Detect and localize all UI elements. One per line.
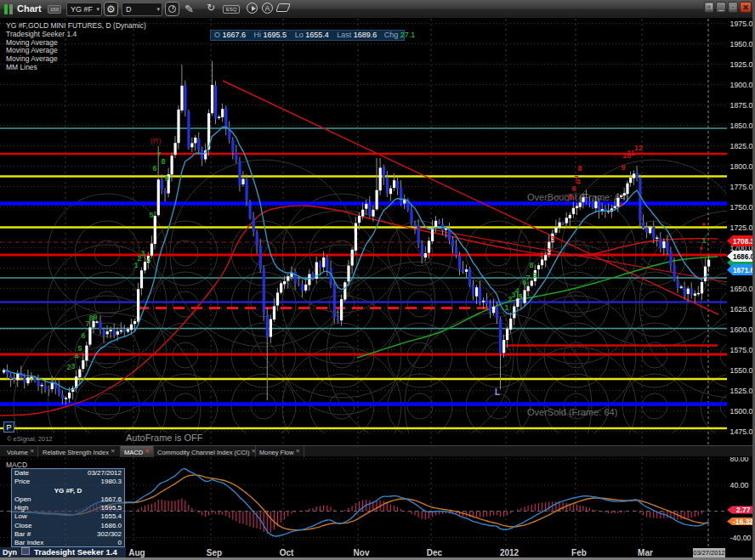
svg-text:Mar: Mar — [638, 548, 653, 557]
svg-text:8: 8 — [529, 261, 533, 269]
svg-text:9: 9 — [532, 271, 536, 280]
svg-text:5: 5 — [77, 344, 82, 353]
svg-text:4: 4 — [146, 256, 150, 264]
svg-text:1: 1 — [504, 303, 508, 312]
svg-text:2: 2 — [546, 246, 550, 255]
svg-text:6: 6 — [81, 331, 85, 340]
svg-text:2012: 2012 — [500, 548, 519, 557]
svg-text:1575.0: 1575.0 — [730, 346, 753, 354]
svg-text:3: 3 — [550, 235, 554, 243]
svg-text:1725.0: 1725.0 — [730, 223, 753, 232]
svg-text:1900.0: 1900.0 — [730, 81, 753, 89]
svg-text:9: 9 — [621, 163, 625, 172]
svg-text:1: 1 — [539, 250, 543, 258]
svg-text:Feb: Feb — [571, 548, 587, 557]
svg-text:1925.0: 1925.0 — [730, 60, 753, 69]
svg-text:6: 6 — [152, 164, 156, 173]
svg-text:5: 5 — [518, 292, 522, 301]
svg-text:Dec: Dec — [427, 548, 443, 557]
svg-text:OverBought (Frame: 64): OverBought (Frame: 64) — [527, 192, 628, 202]
svg-text:2.77: 2.77 — [736, 506, 751, 514]
svg-text:1625.0: 1625.0 — [730, 305, 753, 314]
svg-text:1550.0: 1550.0 — [730, 366, 753, 375]
svg-text:7: 7 — [525, 274, 530, 282]
svg-text:-16.32: -16.32 — [733, 518, 753, 526]
svg-text:1875.0: 1875.0 — [730, 101, 753, 110]
svg-text:1525.0: 1525.0 — [730, 387, 753, 395]
svg-text:1800.0: 1800.0 — [730, 162, 753, 171]
svg-text:1650.0: 1650.0 — [730, 285, 753, 293]
svg-text:3: 3 — [71, 362, 75, 371]
svg-text:1775.0: 1775.0 — [730, 183, 753, 191]
svg-text:7: 7 — [574, 174, 578, 183]
svg-text:8: 8 — [577, 164, 582, 173]
svg-text:12: 12 — [634, 144, 643, 152]
svg-text:L: L — [495, 387, 500, 397]
svg-text:Oct: Oct — [280, 548, 294, 557]
svg-text:4: 4 — [74, 352, 78, 360]
svg-text:1850.0: 1850.0 — [730, 122, 753, 130]
svg-text:5: 5 — [568, 193, 572, 201]
svg-text:-40.00: -40.00 — [730, 534, 752, 542]
svg-text:Sep: Sep — [207, 548, 222, 557]
svg-text:1475.0: 1475.0 — [730, 427, 753, 436]
svg-text:6: 6 — [571, 184, 576, 193]
svg-text:1500.0: 1500.0 — [730, 407, 753, 416]
svg-text:OverSold (Frame: 64): OverSold (Frame: 64) — [527, 407, 617, 417]
svg-text:1708.3: 1708.3 — [733, 238, 754, 246]
svg-text:Nov: Nov — [354, 548, 370, 557]
svg-text:3: 3 — [140, 249, 145, 257]
svg-text:(R): (R) — [150, 137, 162, 145]
svg-text:1825.0: 1825.0 — [730, 142, 753, 150]
svg-text:5: 5 — [149, 211, 153, 219]
svg-text:1: 1 — [701, 236, 706, 245]
svg-text:1950.0: 1950.0 — [730, 40, 753, 48]
svg-text:1600.0: 1600.0 — [730, 325, 753, 334]
svg-text:1686.0: 1686.0 — [733, 253, 754, 261]
svg-text:9: 9 — [164, 174, 168, 183]
svg-text:1750.0: 1750.0 — [730, 203, 753, 212]
svg-text:8: 8 — [161, 157, 165, 166]
svg-text:9: 9 — [93, 313, 97, 321]
svg-text:Aug: Aug — [128, 548, 145, 557]
svg-text:1975.0: 1975.0 — [730, 20, 753, 28]
svg-text:40.00: 40.00 — [730, 481, 749, 489]
svg-text:1671.6: 1671.6 — [733, 267, 754, 274]
